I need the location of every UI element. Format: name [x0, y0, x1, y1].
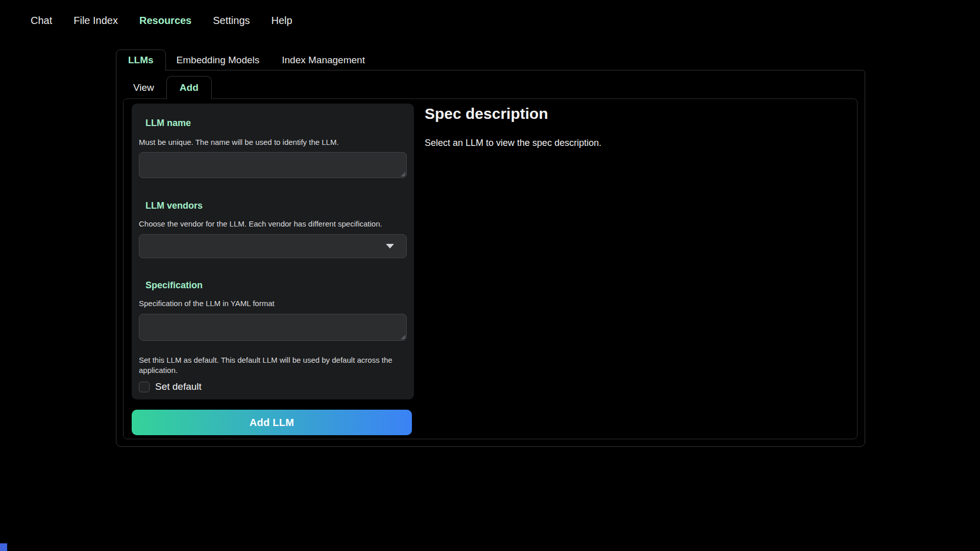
add-llm-button[interactable]: Add LLM	[132, 410, 412, 435]
bottom-left-blue-artifact	[0, 543, 7, 551]
subtab-view-label: View	[133, 82, 154, 93]
spec-description-title: Spec description	[425, 104, 843, 123]
llm-vendors-help: Choose the vendor for the LLM. Each vend…	[139, 219, 407, 229]
tab-index-management[interactable]: Index Management	[282, 49, 365, 70]
nav-item-help[interactable]: Help	[272, 15, 292, 27]
subtab-add[interactable]: Add	[166, 76, 212, 99]
specification-input-wrap	[139, 314, 407, 341]
subtab-add-label: Add	[180, 82, 199, 93]
specification-input[interactable]	[139, 314, 407, 341]
llm-vendor-select[interactable]	[139, 234, 407, 258]
spec-description-panel: Spec description Select an LLM to view t…	[425, 104, 843, 148]
tab-llms[interactable]: LLMs	[116, 49, 166, 70]
llm-name-label: LLM name	[145, 118, 407, 128]
set-default-row[interactable]: Set default	[139, 381, 407, 392]
llm-vendors-label: LLM vendors	[145, 201, 407, 211]
llm-name-input[interactable]	[139, 152, 407, 178]
add-llm-form: LLM name Must be unique. The name will b…	[132, 104, 414, 399]
set-default-label[interactable]: Set default	[155, 381, 202, 392]
nav-item-resources[interactable]: Resources	[139, 15, 191, 27]
specification-help: Specification of the LLM in YAML format	[139, 299, 407, 308]
nav-item-file-index[interactable]: File Index	[74, 15, 118, 27]
tab-embedding-models-label: Embedding Models	[177, 55, 260, 66]
tab-llms-label: LLMs	[128, 55, 154, 66]
tab-index-management-label: Index Management	[282, 55, 365, 66]
chevron-down-icon	[386, 244, 394, 248]
subtab-view[interactable]: View	[123, 76, 164, 99]
specification-label: Specification	[145, 280, 407, 290]
top-nav: Chat File Index Resources Settings Help	[31, 10, 292, 31]
tab-embedding-models[interactable]: Embedding Models	[177, 49, 260, 70]
llm-name-input-wrap	[139, 152, 407, 178]
set-default-checkbox[interactable]	[139, 382, 150, 392]
resources-tab-strip: LLMs Embedding Models Index Management	[116, 49, 365, 70]
nav-item-chat[interactable]: Chat	[31, 15, 52, 27]
spec-description-message: Select an LLM to view the spec descripti…	[425, 138, 843, 148]
set-default-help: Set this LLM as default. This default LL…	[139, 355, 407, 375]
nav-item-settings[interactable]: Settings	[213, 15, 250, 27]
llms-subtab-strip: View Add	[123, 76, 212, 99]
llm-name-help: Must be unique. The name will be used to…	[139, 138, 407, 147]
